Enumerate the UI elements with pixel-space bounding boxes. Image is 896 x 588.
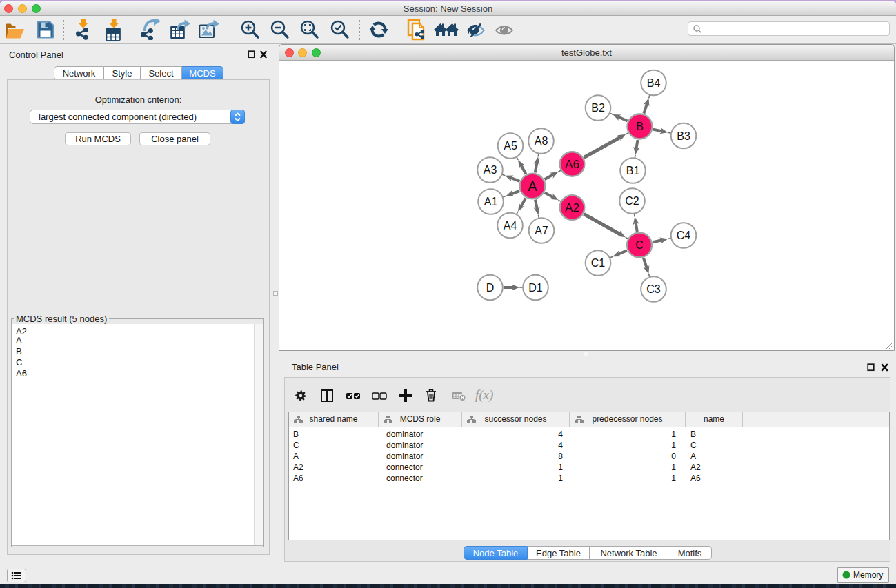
svg-text:D: D <box>486 282 495 294</box>
svg-text:B4: B4 <box>647 77 661 89</box>
svg-text:C1: C1 <box>591 257 606 269</box>
svg-text:A4: A4 <box>504 220 517 232</box>
svg-text:A1: A1 <box>484 196 498 207</box>
svg-text:B: B <box>636 121 644 132</box>
svg-text:C2: C2 <box>625 195 639 207</box>
svg-text:B2: B2 <box>591 102 605 114</box>
svg-text:A: A <box>528 179 537 194</box>
svg-text:A2: A2 <box>565 201 579 214</box>
svg-text:f(x): f(x) <box>475 389 493 403</box>
svg-text:C3: C3 <box>646 283 661 295</box>
svg-text:D1: D1 <box>528 282 543 294</box>
svg-text:C4: C4 <box>677 230 691 241</box>
svg-text:A7: A7 <box>535 225 548 236</box>
svg-text:A5: A5 <box>504 140 517 152</box>
svg-text:A3: A3 <box>484 164 497 176</box>
svg-text:A8: A8 <box>535 135 548 147</box>
svg-text:B3: B3 <box>677 130 690 142</box>
svg-text:B1: B1 <box>626 165 640 176</box>
svg-text:C: C <box>635 239 644 251</box>
svg-text:A6: A6 <box>565 158 579 171</box>
